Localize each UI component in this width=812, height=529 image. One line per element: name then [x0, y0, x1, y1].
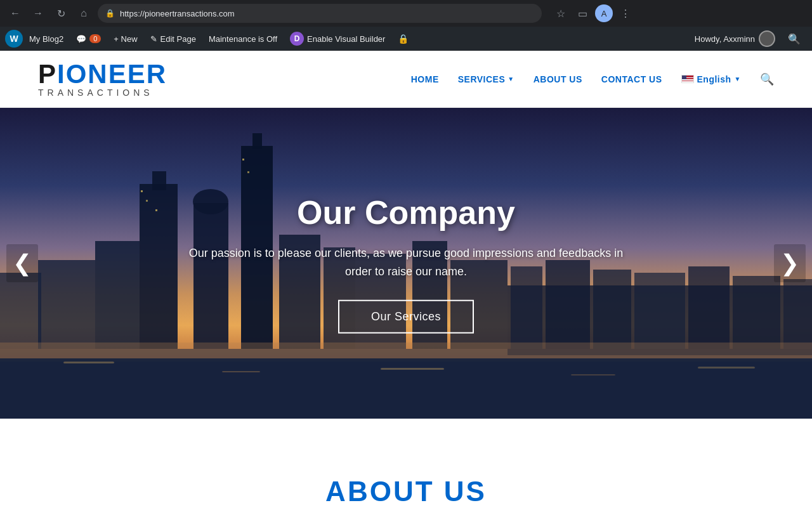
wp-new-item[interactable]: + New — [107, 27, 143, 51]
lock-icon: 🔒 — [398, 34, 409, 44]
nav-home[interactable]: HOME — [411, 74, 439, 84]
flag-icon — [681, 75, 694, 83]
hero-subtitle: Our passion is to please our clients, as… — [184, 244, 628, 281]
edit-page-label: Edit Page — [160, 34, 196, 44]
nav-contact-us[interactable]: CONTACT US — [601, 74, 662, 84]
wp-search-icon[interactable]: 🔍 — [782, 33, 807, 45]
svg-rect-7 — [252, 133, 262, 149]
comment-count: 0 — [89, 34, 101, 43]
svg-rect-10 — [0, 273, 41, 349]
hero-next-arrow[interactable]: ❯ — [774, 244, 806, 282]
hero-title: Our Company — [184, 193, 628, 232]
wp-admin-bar: W My Blog2 💬 0 + New ✎ Edit Page Mainten… — [0, 27, 812, 51]
language-dropdown-arrow: ▼ — [735, 75, 741, 82]
hero-section: Our Company Our passion is to please our… — [0, 108, 812, 419]
logo-ioneer: IONEER — [57, 59, 167, 89]
wp-blog-name[interactable]: My Blog2 — [23, 27, 70, 51]
bookmark-button[interactable]: ☆ — [552, 4, 570, 22]
nav-about-us[interactable]: ABOUT US — [534, 74, 582, 84]
nav-language[interactable]: English ▼ — [681, 74, 741, 84]
svg-rect-34 — [698, 367, 755, 369]
hero-content: Our Company Our passion is to please our… — [184, 193, 628, 334]
svg-rect-27 — [247, 171, 249, 173]
svg-rect-25 — [155, 209, 157, 211]
svg-rect-3 — [152, 171, 166, 190]
home-button[interactable]: ⌂ — [75, 4, 93, 22]
menu-button[interactable]: ⋮ — [617, 4, 634, 22]
howdy-text: Howdy, Axxminn — [695, 34, 755, 44]
svg-rect-31 — [222, 371, 260, 372]
services-dropdown-arrow: ▼ — [508, 75, 514, 82]
browser-chrome: ← → ↻ ⌂ 🔒 https://pioneertransactions.co… — [0, 0, 812, 27]
comment-icon: 💬 — [76, 34, 86, 44]
about-us-heading: ABOUT US — [325, 476, 487, 507]
wp-howdy[interactable]: Howdy, Axxminn — [688, 30, 782, 47]
nav-services-label: SERVICES — [458, 74, 506, 84]
svg-rect-2 — [140, 184, 178, 349]
svg-rect-26 — [242, 159, 244, 160]
svg-rect-23 — [141, 190, 143, 192]
wp-divi[interactable]: D Enable Visual Builder — [284, 27, 391, 51]
svg-rect-8 — [95, 241, 140, 349]
address-bar[interactable]: 🔒 https://pioneertransactions.com — [98, 4, 542, 23]
forward-button[interactable]: → — [29, 4, 47, 22]
site-logo[interactable]: PIONEER TRANSACTIONS — [38, 61, 167, 98]
hero-cta-button[interactable]: Our Services — [338, 299, 474, 333]
logo-p: P — [38, 59, 57, 89]
enable-visual-label: Enable Visual Builder — [307, 34, 385, 44]
browser-right-icons: ☆ ▭ A ⋮ — [552, 4, 634, 22]
svg-rect-29 — [0, 358, 812, 419]
site-nav: HOME SERVICES ▼ ABOUT US CONTACT US Engl… — [411, 72, 774, 86]
wp-lock[interactable]: 🔒 — [391, 27, 415, 51]
reload-button[interactable]: ↻ — [52, 4, 70, 22]
svg-rect-24 — [146, 200, 148, 202]
svg-rect-20 — [688, 266, 730, 349]
language-label: English — [697, 74, 731, 84]
wp-new-label: + New — [114, 34, 137, 44]
maintenance-label: Maintenance is Off — [209, 34, 277, 44]
svg-rect-21 — [733, 276, 780, 349]
wp-edit-page[interactable]: ✎ Edit Page — [144, 27, 202, 51]
svg-rect-9 — [38, 260, 95, 349]
back-button[interactable]: ← — [6, 4, 24, 22]
divi-icon: D — [290, 32, 304, 46]
wp-logo[interactable]: W — [5, 30, 23, 48]
hero-prev-arrow[interactable]: ❮ — [6, 244, 38, 282]
wp-user-avatar — [759, 30, 775, 47]
nav-services[interactable]: SERVICES ▼ — [458, 74, 514, 84]
below-hero-section: ABOUT US — [0, 419, 812, 514]
site-header: PIONEER TRANSACTIONS HOME SERVICES ▼ ABO… — [0, 51, 812, 108]
url-text: https://pioneertransactions.com — [120, 9, 534, 18]
svg-rect-19 — [634, 273, 685, 349]
account-avatar[interactable]: A — [595, 4, 613, 22]
svg-rect-22 — [783, 279, 812, 349]
logo-pioneer-text: PIONEER — [38, 61, 167, 88]
wp-comments[interactable]: 💬 0 — [70, 27, 107, 51]
blog-name-text: My Blog2 — [29, 34, 63, 44]
wp-maintenance[interactable]: Maintenance is Off — [202, 27, 284, 51]
svg-rect-33 — [571, 374, 615, 376]
logo-transactions: TRANSACTIONS — [38, 88, 167, 98]
svg-rect-32 — [381, 368, 444, 370]
wp-admin-right-section: Howdy, Axxminn 🔍 — [688, 30, 807, 47]
secure-icon: 🔒 — [105, 9, 115, 18]
header-search-icon[interactable]: 🔍 — [760, 72, 774, 86]
svg-rect-30 — [63, 362, 114, 363]
edit-page-icon: ✎ — [150, 34, 157, 44]
cast-button[interactable]: ▭ — [573, 4, 591, 22]
